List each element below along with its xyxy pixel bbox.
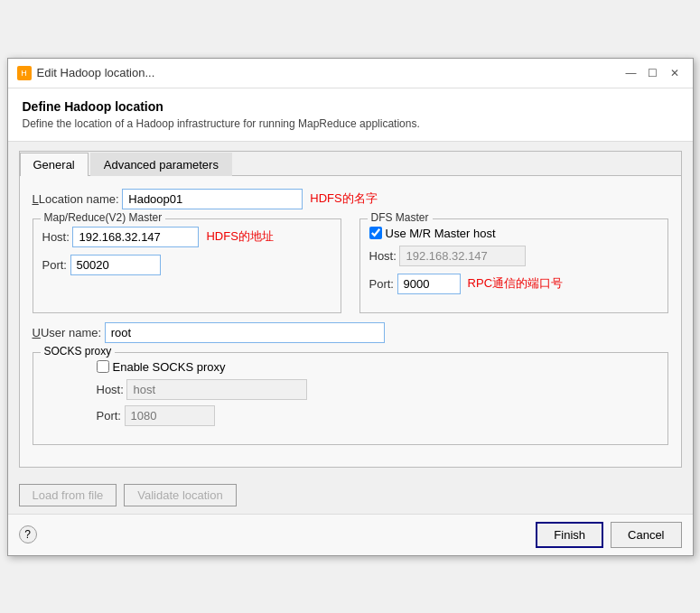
cancel-button[interactable]: Cancel	[611, 522, 681, 548]
socks-enable-group: Enable SOCKS proxy	[97, 360, 658, 374]
socks-host-input[interactable]	[126, 379, 307, 400]
tab-general-content: LLocation name: HDFS的名字 Map/Reduce(V2) M…	[20, 176, 681, 467]
bottom-buttons: Load from file Validate location	[8, 477, 693, 514]
tab-bar: General Advanced parameters	[20, 152, 681, 176]
mr-host-group: Host: HDFS的地址	[42, 227, 331, 247]
dfs-section-title: DFS Master	[368, 211, 433, 224]
username-group: UUser name:	[33, 322, 668, 343]
username-input[interactable]	[105, 322, 385, 343]
dfs-port-input[interactable]	[397, 274, 461, 294]
mr-host-input[interactable]	[72, 227, 199, 247]
maximize-button[interactable]: ☐	[644, 64, 662, 82]
mr-section: Map/Reduce(V2) Master Host: HDFS的地址 Por	[33, 218, 341, 313]
title-bar: H Edit Hadoop location... — ☐ ✕	[8, 59, 693, 88]
socks-host-group: Host:	[97, 379, 658, 400]
title-bar-left: H Edit Hadoop location...	[17, 66, 155, 80]
help-button[interactable]: ?	[19, 525, 37, 543]
tab-container: General Advanced parameters LLocation na…	[19, 151, 682, 468]
mr-port-group: Port:	[42, 255, 331, 275]
tab-advanced[interactable]: Advanced parameters	[90, 153, 232, 176]
username-label: UUser name:	[33, 326, 102, 339]
footer-left: ?	[19, 525, 37, 543]
footer-right: Finish Cancel	[536, 522, 681, 548]
mr-port-label: Port:	[42, 258, 67, 272]
socks-port-input[interactable]	[125, 405, 215, 426]
header-section: Define Hadoop location Define the locati…	[8, 88, 693, 142]
tab-general[interactable]: General	[20, 153, 89, 176]
socks-section-title: SOCKS proxy	[41, 345, 116, 358]
content-area: General Advanced parameters LLocation na…	[8, 142, 693, 477]
location-name-group: LLocation name: HDFS的名字	[33, 189, 668, 209]
validate-location-button[interactable]: Validate location	[124, 484, 236, 506]
main-window: H Edit Hadoop location... — ☐ ✕ Define H…	[7, 58, 694, 556]
location-name-label: LLocation name:	[33, 192, 119, 206]
socks-port-label: Port:	[97, 409, 121, 423]
dfs-use-mr-host-label: Use M/R Master host	[386, 227, 496, 240]
socks-enable-label: Enable SOCKS proxy	[113, 360, 226, 374]
window-title: Edit Hadoop location...	[37, 66, 155, 79]
mr-port-input[interactable]	[70, 255, 161, 275]
page-title: Define Hadoop location	[23, 99, 678, 114]
app-icon: H	[17, 66, 32, 80]
location-name-input[interactable]	[122, 189, 303, 209]
socks-host-label: Host:	[97, 383, 124, 396]
socks-section: SOCKS proxy Enable SOCKS proxy Host: Por…	[33, 352, 668, 445]
dfs-host-input[interactable]	[399, 246, 526, 266]
dfs-host-group: Host:	[369, 246, 658, 266]
mr-section-title: Map/Reduce(V2) Master	[41, 211, 166, 224]
dfs-use-mr-host-checkbox[interactable]	[369, 227, 382, 239]
mr-host-label: Host:	[42, 230, 70, 244]
dfs-section: DFS Master Use M/R Master host Host:	[359, 218, 668, 313]
socks-port-group: Port:	[97, 405, 658, 426]
minimize-button[interactable]: —	[622, 64, 640, 82]
dfs-port-group: Port: RPC通信的端口号	[369, 274, 658, 294]
title-bar-controls: — ☐ ✕	[622, 64, 684, 82]
master-sections: Map/Reduce(V2) Master Host: HDFS的地址 Por	[33, 218, 668, 322]
dfs-host-label: Host:	[369, 249, 397, 263]
page-description: Define the location of a Hadoop infrastr…	[23, 117, 678, 130]
location-name-annotation: HDFS的名字	[310, 190, 377, 207]
close-button[interactable]: ✕	[666, 64, 684, 82]
load-from-file-button[interactable]: Load from file	[19, 484, 117, 506]
mr-host-annotation: HDFS的地址	[206, 228, 273, 245]
finish-button[interactable]: Finish	[536, 522, 603, 548]
dfs-port-label: Port:	[369, 277, 394, 291]
dfs-use-mr-host-group: Use M/R Master host	[369, 227, 658, 240]
dfs-port-annotation: RPC通信的端口号	[468, 275, 563, 292]
socks-enable-checkbox[interactable]	[97, 360, 109, 373]
footer: ? Finish Cancel	[8, 514, 693, 555]
